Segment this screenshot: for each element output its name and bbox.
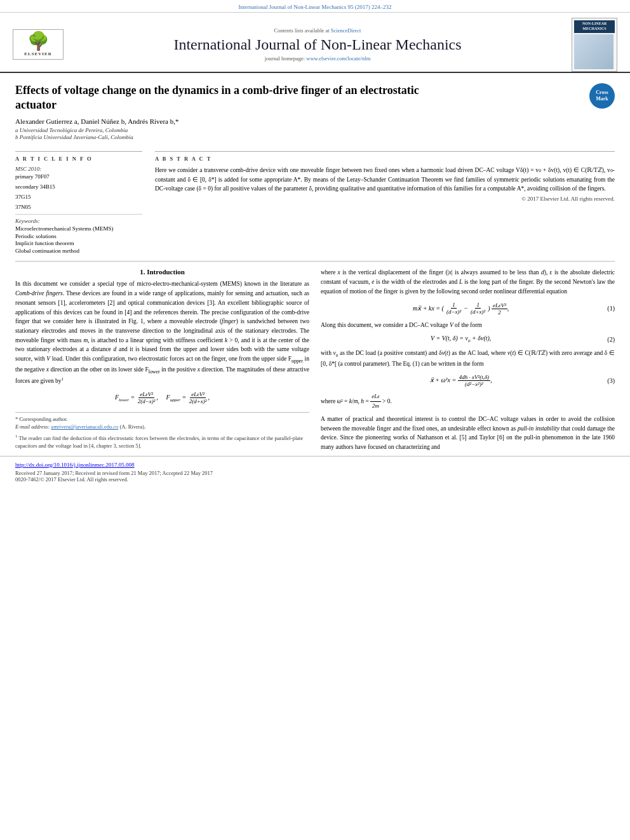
elsevier-logo: 🌳 ELSEVIER [13,29,64,60]
footer-area: http://dx.doi.org/10.1016/j.ijnonlinmec.… [0,456,630,486]
thumb-title: NON-LINEARMECHANICS [574,20,615,33]
sciencedirect-link[interactable]: ScienceDirect [331,27,361,34]
journal-thumbnail: NON-LINEARMECHANICS [572,18,617,72]
top-bar: International Journal of Non-Linear Mech… [0,0,630,13]
affiliation-b: b Pontificia Universidad Javeriana-Cali,… [15,134,589,140]
msc-3: 37G15 [15,194,142,200]
abstract-heading: A B S T R A C T [155,156,615,162]
intro-para1: In this document we consider a special t… [15,279,309,386]
body-section: 1. Introduction In this document we cons… [0,268,630,455]
homepage-line: journal homepage: www.elsevier.com/locat… [70,55,565,62]
keywords-heading: Keywords: [15,218,142,224]
msc-4: 37N05 [15,204,142,210]
elsevier-tree-icon: 🌳 [16,32,60,50]
msc-primary: primary 70F07 [15,173,142,180]
footnote-1: 1 The reader can find the deduction of t… [15,434,309,450]
issn-copyright: 0020-7462/© 2017 Elsevier Ltd. All right… [15,476,615,483]
right-para3: with v0 as the DC load (a positive const… [321,349,615,368]
article-info-heading: A R T I C L E I N F O [15,156,142,162]
elsevier-name: ELSEVIER [16,51,60,57]
crossmark-logo: CrossMark [589,83,615,109]
article-section: Effects of voltage change on the dynamic… [0,73,630,142]
body-left-col: 1. Introduction In this document we cons… [15,268,309,455]
footnote-area: * Corresponding author. E-mail address: … [15,412,309,450]
right-para1: where x is the vertical displacement of … [321,268,615,296]
email-link[interactable]: amrivera@javerianacali.edu.co [51,423,118,430]
body-right-col: where x is the vertical displacement of … [321,268,615,455]
footnote-corresponding: * Corresponding author. E-mail address: … [15,416,309,431]
page-wrapper: International Journal of Non-Linear Mech… [0,0,630,840]
keyword-2: Periodic solutions [15,233,142,239]
msc-secondary: secondary 34B15 [15,183,142,190]
equation-1: mẍ + kx = ( 1 (d−x)² − 1 (d+x)² ) [321,300,615,317]
received-dates: Received 27 January 2017; Received in re… [15,470,615,476]
right-para5: A matter of practical and theoretical in… [321,415,615,452]
journal-title: International Journal of Non-Linear Mech… [70,36,565,53]
keyword-1: Microelectromechanical Systems (MEMS) [15,225,142,232]
article-meta-section: A R T I C L E I N F O MSC 2010: primary … [0,145,630,255]
homepage-link[interactable]: www.elsevier.com/locate/nlm [306,55,370,62]
section-divider [15,261,615,262]
contents-available: Contents lists available at ScienceDirec… [70,27,565,34]
affiliation-a: a Universidad Tecnológica de Pereira, Co… [15,127,589,133]
keywords-section: Keywords: Microelectromechanical Systems… [15,214,142,254]
article-info-col: A R T I C L E I N F O MSC 2010: primary … [15,151,142,255]
authors: Alexander Gutierrez a, Daniel Núñez b, A… [15,117,589,125]
msc-label: MSC 2010: [15,166,142,172]
copyright-notice: © 2017 Elsevier Ltd. All rights reserved… [155,196,615,202]
intro-heading: 1. Introduction [15,268,309,276]
doi-link[interactable]: http://dx.doi.org/10.1016/j.ijnonlinmec.… [15,462,615,468]
abstract-text: Here we consider a transverse comb-drive… [155,166,615,193]
equation-2: V = V(t, δ) = v0 + δv(t), (2) [321,333,615,345]
article-title: Effects of voltage change on the dynamic… [15,83,460,113]
equation-3: ẍ + ω²x = 4dh · xV²(t,δ) (d²−x²)² , (3) [321,373,615,389]
doi-anchor[interactable]: http://dx.doi.org/10.1016/j.ijnonlinmec.… [15,462,135,468]
keyword-4: Global continuation method [15,248,142,254]
abstract-col: A B S T R A C T Here we consider a trans… [155,151,615,255]
force-equations: Flower = eLεV² 2(d−x)² , Fupper = eLεV² … [15,390,309,406]
right-para4: where ω² = k/m, h = eLε 2m > 0. [321,392,615,411]
keyword-3: Implicit function theorem [15,240,142,246]
journal-title-block: Contents lists available at ScienceDirec… [64,27,572,62]
right-para2: Along this document, we consider a DC–AC… [321,321,615,330]
journal-cover-image [574,34,613,69]
journal-citation: International Journal of Non-Linear Mech… [238,4,391,10]
journal-header: 🌳 ELSEVIER Contents lists available at S… [0,13,630,73]
